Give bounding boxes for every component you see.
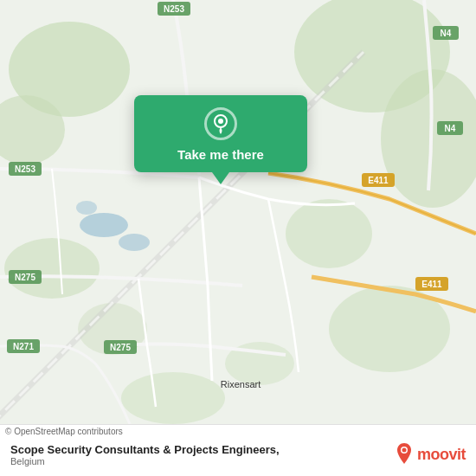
copyright-notice: © OpenStreetMap contributors [0, 425, 476, 438]
popup-icon-container [204, 107, 237, 140]
svg-text:E411: E411 [421, 280, 442, 289]
svg-point-10 [121, 372, 225, 424]
svg-point-13 [76, 201, 97, 215]
map-area[interactable]: N253 N253 N4 N4 E411 E411 N275 N275 N271… [0, 0, 476, 424]
svg-text:Rixensart: Rixensart [221, 379, 261, 389]
svg-point-6 [4, 238, 100, 299]
footer-subtitle: Belgium [10, 456, 280, 466]
svg-text:N271: N271 [13, 342, 34, 351]
svg-point-38 [402, 447, 406, 452]
svg-text:N253: N253 [15, 164, 35, 174]
footer-info: Scope Security Consultants & Projects En… [10, 443, 280, 466]
svg-text:N4: N4 [445, 124, 456, 133]
location-pin-icon [212, 113, 229, 134]
location-popup[interactable]: Take me there [134, 95, 307, 172]
svg-point-11 [80, 213, 128, 237]
map-background: N253 N253 N4 N4 E411 E411 N275 N275 N271… [0, 0, 476, 424]
svg-point-12 [119, 234, 150, 251]
svg-text:N253: N253 [164, 4, 184, 14]
svg-point-36 [218, 119, 223, 124]
footer-bar: © OpenStreetMap contributors Scope Secur… [0, 424, 476, 476]
svg-text:N275: N275 [110, 343, 131, 352]
moovit-logo-text: moovit [417, 446, 466, 464]
svg-text:N275: N275 [15, 273, 35, 282]
moovit-pin-icon [395, 443, 414, 467]
moovit-logo: moovit [395, 443, 466, 467]
footer-title: Scope Security Consultants & Projects En… [10, 443, 280, 456]
svg-text:E411: E411 [368, 176, 389, 185]
svg-point-5 [286, 199, 372, 268]
popup-label: Take me there [177, 147, 264, 162]
svg-text:N4: N4 [441, 29, 452, 38]
